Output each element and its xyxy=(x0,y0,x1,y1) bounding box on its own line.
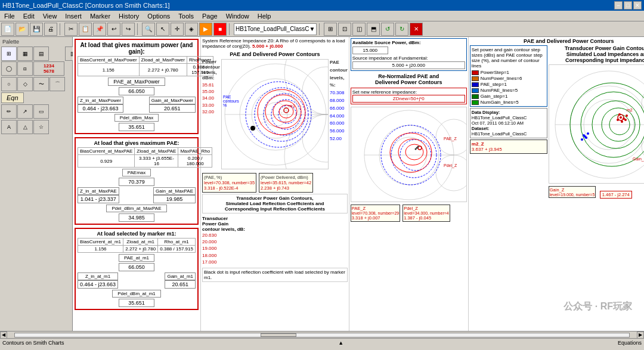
cut-button[interactable]: ✂ xyxy=(64,23,78,36)
gain-pae-value: 19.985 xyxy=(153,195,196,203)
title-bar: HB1Tone_LoadPull_ClassC [Contours on Smi… xyxy=(0,0,644,11)
palette-num-display[interactable]: 12345678 xyxy=(33,61,64,76)
menu-file[interactable]: File xyxy=(2,13,17,20)
dataset-dropdown[interactable]: HB1Tone_LoadPull_ClassC ▼ xyxy=(234,23,317,35)
palette-rect[interactable]: ▭ xyxy=(33,104,49,119)
minimize-button[interactable]: – xyxy=(614,1,623,10)
menu-window[interactable]: Window xyxy=(224,13,251,20)
sep1 xyxy=(60,23,62,35)
horizontal-scrollbar[interactable]: ◀ ▶ xyxy=(0,331,644,338)
refresh-button[interactable]: ↺ xyxy=(381,23,394,36)
source-impedance-value: 5.000 + j20.000 xyxy=(352,61,465,69)
palette-btn-6[interactable]: ⧈ xyxy=(17,61,33,76)
close-button[interactable]: ✕ xyxy=(633,1,642,10)
znew-value: ZDnew=50+j*0 xyxy=(352,95,465,103)
max-power-table: BiasCurrent_at_MaxPower Zload_at_MaxPowe… xyxy=(78,56,213,76)
main-area: Palette ⊞ ▦ ▤ ▥ ◯ ⧈ 12345678 ○ ◇ 〜 ⌒ Eqn… xyxy=(0,37,644,331)
palette-btn-2[interactable]: ▦ xyxy=(17,47,33,61)
open-button[interactable]: 📂 xyxy=(16,23,29,36)
palette-pen[interactable]: ✏ xyxy=(1,104,17,119)
scroll-thumb[interactable] xyxy=(261,333,296,337)
crosshair-button[interactable]: ✛ xyxy=(171,23,184,36)
new-button[interactable]: 📄 xyxy=(1,23,14,36)
undo-button[interactable]: ↩ xyxy=(107,23,120,36)
save-button[interactable]: 💾 xyxy=(30,23,43,36)
tb-icon4[interactable]: ⬒ xyxy=(367,23,380,36)
menu-tools[interactable]: Tools xyxy=(177,13,196,20)
svg-point-37 xyxy=(417,146,419,148)
palette-wave[interactable]: 〜 xyxy=(33,77,49,91)
svg-point-59 xyxy=(581,138,583,141)
sim-button[interactable]: ▶ xyxy=(199,23,212,36)
menu-marker[interactable]: Marker xyxy=(88,13,112,20)
palette-btn-3[interactable]: ▤ xyxy=(33,47,49,61)
palette-text[interactable]: A xyxy=(1,120,17,134)
menu-options[interactable]: Options xyxy=(145,13,172,20)
svg-point-60 xyxy=(587,132,589,135)
scroll-right[interactable]: ▶ xyxy=(637,332,644,339)
gain-maxpower-value: 20.651 xyxy=(149,104,196,113)
palette-star[interactable]: ☆ xyxy=(33,120,49,134)
svg-text:Gain_Z: Gain_Z xyxy=(633,157,644,162)
copy-button[interactable]: 📋 xyxy=(79,23,92,36)
redo-button[interactable]: ↪ xyxy=(122,23,135,36)
zoom-button[interactable]: 🔍 xyxy=(142,23,155,36)
scroll-left[interactable]: ◀ xyxy=(0,332,7,339)
black-dot-label: Black dot is input reflection coefficien… xyxy=(202,268,348,282)
palette-grid: ⊞ ▦ ▤ ▥ ◯ ⧈ 12345678 xyxy=(1,47,71,76)
gain-contour-levels: TransducerPower Gaincontour levels, dB: … xyxy=(202,216,348,265)
gainz-value-box: 1.467 - j2.274 xyxy=(600,191,632,199)
pointer-button[interactable]: ↖ xyxy=(156,23,169,36)
palette-eqn[interactable]: Eqn xyxy=(1,92,24,103)
svg-text:PAE_Z: PAE_Z xyxy=(444,137,457,141)
pae-m1-label: PAE_at_m1 xyxy=(119,254,154,262)
palette-label: Palette xyxy=(1,38,71,45)
smith-chart-3[interactable]: m2 Gain_Z xyxy=(549,64,644,184)
menu-history[interactable]: History xyxy=(117,13,141,20)
zin-label: Z_in_at_MaxPower xyxy=(78,97,123,104)
svg-point-27 xyxy=(436,155,467,191)
palette-arc[interactable]: ⌒ xyxy=(49,77,65,91)
window-title: HB1Tone_LoadPull_ClassC [Contours on Smi… xyxy=(2,2,170,9)
pae2-marker-info: PAE_Z level=70.308, number=29 3.318 + j0… xyxy=(351,205,467,222)
contour-settings-panel: Set power and gain contour step sizes (d… xyxy=(470,45,547,330)
svg-point-61 xyxy=(583,134,585,137)
num-power-color xyxy=(472,76,479,81)
svg-text:m1: m1 xyxy=(289,103,296,109)
pdel-pae-label: Pdel_dBm_at_MaxPAE xyxy=(106,205,166,212)
smith-chart-1[interactable]: m1 PAE contours % xyxy=(221,59,329,171)
gain-m1-value: 20.651 xyxy=(165,280,196,289)
svg-text:m2: m2 xyxy=(627,108,633,112)
menu-insert[interactable]: Insert xyxy=(63,13,83,20)
maximize-button[interactable]: □ xyxy=(624,1,632,10)
tb-icon1[interactable]: ⊞ xyxy=(324,23,337,36)
palette-btn-1[interactable]: ⊞ xyxy=(1,47,17,61)
marker-button[interactable]: ◈ xyxy=(185,23,198,36)
menu-edit[interactable]: Edit xyxy=(21,13,36,20)
pae-maxpower-row: PAE_at_MaxPower xyxy=(78,78,196,86)
palette-btn-5[interactable]: ◯ xyxy=(1,61,17,76)
tb-icon2[interactable]: ⊡ xyxy=(338,23,351,36)
refresh2-button[interactable]: ↻ xyxy=(395,23,408,36)
pae2-box: PAE_Z level=70.308, number=29 3.318 + j0… xyxy=(351,205,400,222)
tb-icon3[interactable]: ◫ xyxy=(352,23,366,36)
stop-button[interactable]: ■ xyxy=(213,23,227,36)
pae-maxpower-value: 66.050 xyxy=(119,87,154,95)
gain-m1-label: Gain_at_m1 xyxy=(165,272,196,280)
print-button[interactable]: 🖨 xyxy=(44,23,57,36)
palette-triangle[interactable]: △ xyxy=(17,120,33,134)
svg-point-57 xyxy=(624,119,627,121)
scroll-track[interactable] xyxy=(14,333,630,337)
palette-arrow[interactable]: ↗ xyxy=(17,104,33,119)
pae-marker-box: (PAE, %) level=70.308, number=35 3.318 -… xyxy=(202,173,256,193)
paste-button[interactable]: 📌 xyxy=(93,23,106,36)
menu-page[interactable]: Page xyxy=(200,13,219,20)
palette-circle[interactable]: ○ xyxy=(1,77,17,91)
pae-step-row: PAE_step=1 xyxy=(472,82,546,87)
table-row: BiasCurrent_at_m1 Zload_at_m1 Rho_at_m1 xyxy=(78,239,196,246)
palette-diamond[interactable]: ◇ xyxy=(17,77,33,91)
menu-help[interactable]: Help xyxy=(256,13,273,20)
menu-view[interactable]: View xyxy=(41,13,59,20)
smith-chart-2[interactable]: PAE_Z Pdel_Z xyxy=(351,107,467,203)
stop2-button[interactable]: ✕ xyxy=(410,23,423,36)
